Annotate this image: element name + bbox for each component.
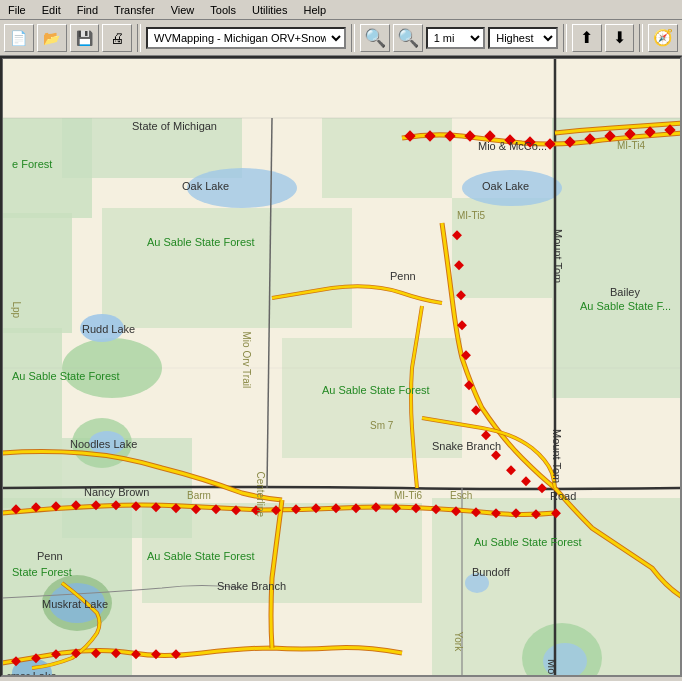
svg-rect-13: [282, 338, 462, 458]
svg-point-24: [80, 314, 124, 342]
svg-rect-3: [2, 328, 62, 508]
zoom-in-button[interactable]: 🔍: [360, 24, 390, 52]
menubar: File Edit Find Transfer View Tools Utili…: [0, 0, 682, 20]
label-parking-mio: Parking - Mio: [114, 676, 196, 677]
separator-3: [563, 24, 567, 52]
svg-rect-6: [102, 208, 352, 328]
svg-point-23: [462, 170, 562, 206]
svg-rect-10: [452, 198, 552, 298]
svg-rect-9: [552, 118, 680, 398]
menu-find[interactable]: Find: [73, 3, 102, 17]
quality-dropdown[interactable]: Highest: [488, 27, 558, 49]
menu-file[interactable]: File: [4, 3, 30, 17]
toolbar: 📄 📂 💾 🖨 WVMapping - Michigan ORV+Snowmob…: [0, 20, 682, 56]
svg-point-22: [187, 168, 297, 208]
svg-rect-12: [322, 118, 452, 198]
download-button[interactable]: ⬇: [605, 24, 635, 52]
print-button[interactable]: 🖨: [102, 24, 132, 52]
menu-utilities[interactable]: Utilities: [248, 3, 291, 17]
svg-point-25: [89, 431, 125, 455]
svg-point-28: [465, 573, 489, 593]
gps-button[interactable]: 🧭: [648, 24, 678, 52]
separator-1: [137, 24, 141, 52]
map-svg: [2, 58, 680, 675]
scale-dropdown[interactable]: 1 mi: [426, 27, 486, 49]
separator-4: [639, 24, 643, 52]
new-button[interactable]: 📄: [4, 24, 34, 52]
save-button[interactable]: 💾: [70, 24, 100, 52]
menu-help[interactable]: Help: [299, 3, 330, 17]
separator-2: [351, 24, 355, 52]
open-button[interactable]: 📂: [37, 24, 67, 52]
map-source-dropdown[interactable]: WVMapping - Michigan ORV+Snowmobile: [146, 27, 346, 49]
menu-transfer[interactable]: Transfer: [110, 3, 159, 17]
zoom-out-button[interactable]: 🔍: [393, 24, 423, 52]
svg-rect-2: [2, 213, 72, 333]
menu-view[interactable]: View: [167, 3, 199, 17]
upload-button[interactable]: ⬆: [572, 24, 602, 52]
map-container[interactable]: State of Michigan e Forest Oak Lake Au S…: [0, 56, 682, 677]
menu-edit[interactable]: Edit: [38, 3, 65, 17]
svg-rect-5: [62, 118, 242, 178]
menu-tools[interactable]: Tools: [206, 3, 240, 17]
